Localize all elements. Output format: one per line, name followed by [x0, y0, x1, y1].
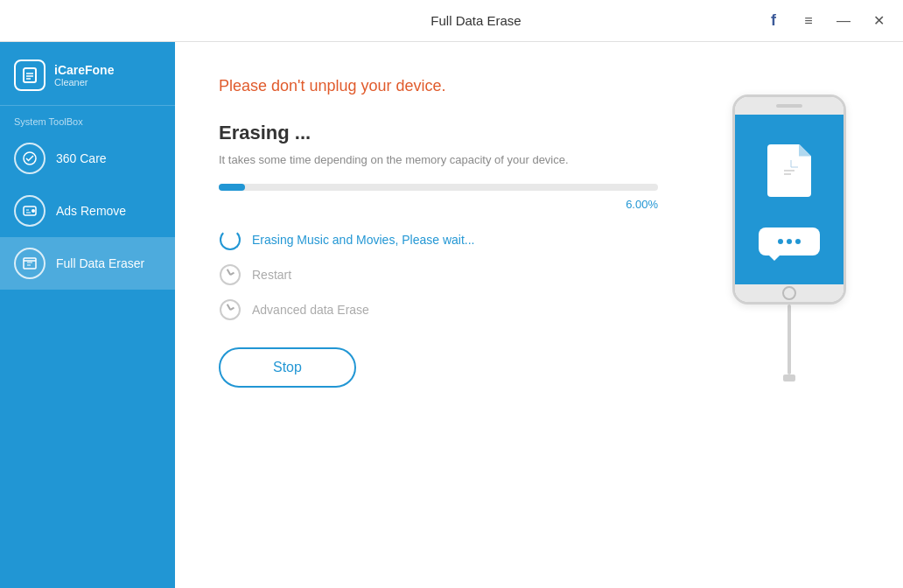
sidebar-section-label: System ToolBox	[0, 106, 175, 132]
logo-text: iCareFone Cleaner	[54, 63, 114, 88]
erasing-subtitle: It takes some time depending on the memo…	[219, 153, 658, 166]
facebook-icon[interactable]: f	[763, 10, 784, 32]
sidebar-item-full-data-eraser-label: Full Data Eraser	[56, 256, 144, 270]
list-item: Erasing Music and Movies, Please wait...	[219, 228, 658, 251]
ads-remove-icon	[14, 195, 46, 227]
chat-dot	[778, 239, 783, 244]
sidebar-item-360care[interactable]: 360 Care	[0, 132, 175, 185]
sidebar-item-ads-remove-label: Ads Remove	[56, 204, 126, 218]
sidebar-logo: iCareFone Cleaner	[0, 42, 175, 106]
phone-bottom-bar	[735, 284, 844, 302]
minimize-icon[interactable]: —	[833, 10, 854, 32]
chat-dot	[795, 239, 801, 244]
phone-illustration	[702, 42, 877, 588]
progress-bar-fill	[219, 184, 245, 191]
clock-icon	[219, 263, 242, 286]
logo-subtitle: Cleaner	[54, 77, 114, 88]
step-list: Erasing Music and Movies, Please wait...…	[219, 228, 658, 321]
progress-percent: 6.00%	[219, 198, 658, 211]
step3-label: Advanced data Erase	[252, 303, 369, 317]
svg-rect-0	[24, 68, 36, 82]
phone-plug	[783, 374, 795, 382]
progress-bar-container	[219, 184, 658, 191]
phone-home-button	[782, 286, 796, 300]
360care-icon	[14, 143, 46, 174]
full-data-eraser-icon	[14, 248, 46, 279]
sidebar-item-360care-label: 360 Care	[56, 151, 107, 165]
step2-label: Restart	[252, 268, 291, 282]
sidebar: iCareFone Cleaner System ToolBox 360 Car…	[0, 42, 175, 588]
svg-rect-5	[24, 258, 36, 269]
svg-point-4	[32, 209, 35, 213]
menu-icon[interactable]: ≡	[798, 10, 819, 32]
phone-cable	[788, 304, 791, 374]
phone-screen	[735, 115, 844, 284]
phone-doc-icon	[767, 144, 811, 197]
sidebar-item-full-data-eraser[interactable]: Full Data Eraser	[0, 237, 175, 290]
close-icon[interactable]: ✕	[868, 10, 889, 32]
content-area: Please don't unplug your device. Erasing…	[175, 42, 702, 588]
list-item: Advanced data Erase	[219, 298, 658, 321]
titlebar-title: Full Data Erase	[430, 13, 521, 28]
phone-speaker	[776, 104, 802, 108]
step1-label: Erasing Music and Movies, Please wait...	[252, 233, 474, 247]
phone-chat-bubble	[759, 228, 820, 256]
sidebar-item-ads-remove[interactable]: Ads Remove	[0, 185, 175, 237]
clock-icon	[219, 298, 242, 321]
chat-dot	[787, 239, 792, 244]
warning-text: Please don't unplug your device.	[219, 77, 658, 95]
spinner-icon	[219, 228, 242, 251]
phone-frame	[732, 94, 846, 304]
list-item: Restart	[219, 263, 658, 286]
erasing-title: Erasing ...	[219, 122, 658, 144]
stop-button[interactable]: Stop	[219, 347, 356, 388]
titlebar: Full Data Erase f ≡ — ✕	[0, 0, 903, 42]
main-content: Please don't unplug your device. Erasing…	[175, 42, 903, 588]
logo-title: iCareFone	[54, 63, 114, 78]
titlebar-controls: f ≡ — ✕	[763, 10, 889, 32]
logo-icon	[14, 60, 46, 91]
app-body: iCareFone Cleaner System ToolBox 360 Car…	[0, 42, 903, 588]
phone-top-bar	[735, 97, 844, 115]
